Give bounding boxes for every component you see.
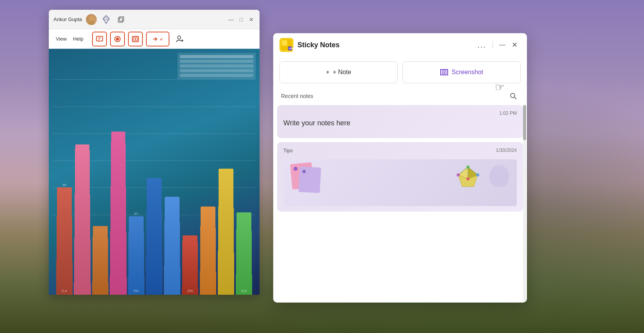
bar-6 xyxy=(146,178,163,295)
note-card-tips[interactable]: Tips 1/30/2024 xyxy=(277,142,523,212)
restore-icon[interactable] xyxy=(116,14,126,25)
user-name: Ankur Gupta xyxy=(53,16,82,22)
bar-8 xyxy=(182,235,198,295)
svg-point-14 xyxy=(135,38,136,40)
add-user-button[interactable] xyxy=(173,32,187,46)
table-row xyxy=(180,60,253,63)
plus-icon: + xyxy=(326,69,329,76)
svg-point-15 xyxy=(178,36,181,39)
svg-rect-5 xyxy=(119,17,124,21)
sticky-notes-window: PRE Sticky Notes ... — ✕ + + Note xyxy=(273,33,527,303)
table-row xyxy=(180,55,253,58)
minimize-btn[interactable]: — xyxy=(228,16,235,23)
chart-bars: 90 57 xyxy=(49,86,260,295)
team-button[interactable] xyxy=(128,32,143,46)
note-card-1[interactable]: 1:02 PM Write your notes here xyxy=(277,105,523,138)
svg-rect-20 xyxy=(282,40,287,46)
minimize-button[interactable]: — xyxy=(496,40,509,50)
svg-point-26 xyxy=(511,93,515,98)
post-it-lavender xyxy=(298,167,321,193)
note-time-1: 1:02 PM xyxy=(283,110,517,116)
svg-point-1 xyxy=(88,21,95,25)
sticky-notes-logo: PRE xyxy=(279,38,294,52)
menu-bar: View Help xyxy=(53,34,86,43)
bar-labels: 0.4 0% 200 310 xyxy=(57,289,252,293)
titlebar-actions: — □ ✕ xyxy=(228,16,255,23)
ghost-shape xyxy=(489,165,509,187)
comment-button[interactable] xyxy=(92,32,107,46)
svg-point-0 xyxy=(89,16,94,20)
bar-11 xyxy=(236,212,252,295)
screenshot-button[interactable]: Screenshot ☞ xyxy=(402,61,521,83)
add-note-button[interactable]: + + Note xyxy=(279,61,398,83)
sticky-titlebar: PRE Sticky Notes ... — ✕ xyxy=(273,33,527,57)
dot-icon xyxy=(302,170,306,173)
avatar xyxy=(86,14,97,25)
record-button[interactable] xyxy=(110,32,125,46)
bar-5: 57 xyxy=(128,216,144,295)
share-button[interactable] xyxy=(146,32,169,46)
diamond-icon xyxy=(101,14,112,25)
svg-marker-9 xyxy=(98,41,99,42)
tips-label: Tips xyxy=(283,148,293,153)
svg-rect-4 xyxy=(118,18,123,22)
data-table-overlay xyxy=(178,53,256,79)
grid-line xyxy=(53,79,256,80)
dot-icon xyxy=(294,167,298,171)
sticky-action-buttons: + + Note Screenshot ☞ xyxy=(273,57,527,88)
maximize-btn[interactable]: □ xyxy=(238,16,245,23)
scrollbar-thumb[interactable] xyxy=(523,105,526,140)
bar-10 xyxy=(217,169,234,295)
svg-text:PRE: PRE xyxy=(289,47,294,50)
scrollbar[interactable] xyxy=(523,105,526,303)
svg-point-11 xyxy=(116,37,119,41)
bar-2 xyxy=(74,144,91,295)
notes-list: 1:02 PM Write your notes here Tips 1/30/… xyxy=(273,105,527,303)
bar-1: 90 xyxy=(56,187,73,295)
svg-line-27 xyxy=(514,97,516,99)
bar-7 xyxy=(164,197,180,295)
screenshot-icon xyxy=(440,68,448,77)
recent-notes-header: Recent notes xyxy=(273,88,527,105)
table-row xyxy=(180,69,253,72)
table-row xyxy=(180,74,253,77)
left-toolbar: View Help xyxy=(49,29,260,49)
recent-notes-label: Recent notes xyxy=(281,93,507,99)
titlebar-divider xyxy=(493,41,493,49)
left-window: Ankur Gupta — xyxy=(49,10,260,295)
bar-4 xyxy=(110,132,127,295)
svg-rect-6 xyxy=(96,36,103,41)
3d-shape xyxy=(454,165,482,194)
close-btn[interactable]: ✕ xyxy=(248,16,255,23)
screenshot-label: Screenshot xyxy=(452,69,483,76)
sticky-notes-title: Sticky Notes xyxy=(297,41,474,49)
bar-3 xyxy=(92,226,109,295)
close-button[interactable]: ✕ xyxy=(509,39,521,51)
table-row xyxy=(180,64,253,68)
svg-point-25 xyxy=(443,71,445,73)
tips-illustration xyxy=(283,159,517,206)
note-label: + Note xyxy=(333,69,351,76)
left-titlebar: Ankur Gupta — xyxy=(49,10,260,29)
menu-view[interactable]: View xyxy=(53,34,69,43)
avatar-image xyxy=(86,14,97,25)
bar-9 xyxy=(200,207,216,295)
tips-date: 1/30/2024 xyxy=(496,148,517,153)
note-text-1: Write your notes here xyxy=(283,119,517,127)
chart-content: 90 57 xyxy=(49,49,260,295)
search-button[interactable] xyxy=(507,90,519,102)
menu-help[interactable]: Help xyxy=(71,34,86,43)
chart-image: 90 57 xyxy=(49,49,260,295)
menu-dots-button[interactable]: ... xyxy=(474,39,489,51)
